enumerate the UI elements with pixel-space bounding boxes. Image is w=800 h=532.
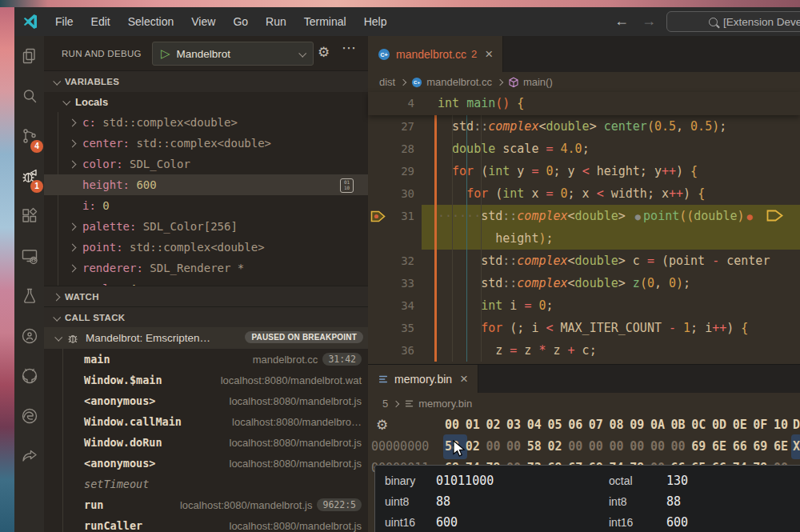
hex-byte[interactable]: 00 (610, 436, 630, 458)
breadcrumb-folder[interactable]: 5 (382, 398, 388, 410)
variable-row[interactable]: color: SDL_Color (44, 154, 368, 174)
call-stack-frame[interactable]: Window.$mainlocalhost:8080/mandelbrot.wa… (44, 370, 368, 390)
tab-memory-bin[interactable]: memory.bin × (368, 365, 478, 393)
launch-config-dropdown[interactable]: ▷ Mandelbrot (152, 42, 314, 66)
variable-row[interactable]: center: std::complex<double> (44, 133, 368, 154)
code-token: x (524, 186, 546, 201)
activity-remote-explorer[interactable] (14, 236, 44, 276)
line-gutter[interactable]: 35 (368, 317, 414, 339)
hex-byte[interactable]: 00 (568, 436, 589, 458)
hex-byte[interactable]: 00 (671, 436, 692, 458)
line-gutter[interactable]: 36 (368, 339, 414, 362)
activity-live-share[interactable] (14, 316, 44, 356)
hex-byte[interactable]: 6E (774, 436, 794, 458)
menu-file[interactable]: File (46, 7, 82, 36)
menu-help[interactable]: Help (355, 7, 396, 36)
hex-byte[interactable]: 69 (753, 436, 774, 458)
activity-testing[interactable] (14, 276, 44, 316)
code-line: 34 int i = 0; (368, 294, 800, 317)
line-gutter[interactable]: 27 (368, 115, 414, 138)
code-token: 0.5 (654, 119, 676, 134)
activity-run-and-debug[interactable]: 1 (14, 156, 44, 196)
call-stack-frame[interactable]: runlocalhost:8080/mandelbrot.js9622:5 (44, 494, 368, 515)
hex-byte[interactable]: 02 (466, 436, 486, 458)
close-icon[interactable]: × (485, 46, 493, 62)
variable-row[interactable]: scale: 4 (44, 278, 368, 286)
variable-row[interactable]: height: 6000110 (44, 174, 368, 195)
hex-byte[interactable]: 69 (691, 436, 712, 458)
activity-github[interactable] (14, 356, 44, 396)
hex-byte[interactable]: 66 (733, 436, 754, 458)
activity-search[interactable] (14, 76, 44, 116)
start-debug-icon[interactable]: ▷ (161, 46, 170, 61)
breadcrumb-file[interactable]: memory.bin (418, 398, 472, 410)
hex-ascii-char[interactable]: X (793, 436, 800, 458)
forward-arrow-button[interactable]: → (642, 7, 656, 36)
line-number: 34 (401, 299, 414, 312)
call-stack-frame[interactable]: Window.doRunlocalhost:8080/mandelbrot.js (44, 432, 368, 453)
activity-edge-devtools[interactable] (14, 396, 44, 436)
code-area[interactable]: 27 std::complex<double> center(0.5, 0.5)… (368, 115, 800, 364)
menu-selection[interactable]: Selection (119, 7, 183, 36)
line-gutter[interactable]: 28 (368, 138, 414, 160)
tab-mandelbrot-cc[interactable]: C+ mandelbrot.cc 2 × (368, 36, 503, 72)
watch-section-header[interactable]: WATCH (44, 286, 368, 307)
variable-row[interactable]: palette: SDL_Color[256] (44, 216, 368, 237)
hex-byte[interactable]: 02 (547, 436, 568, 458)
activity-explorer[interactable] (14, 36, 44, 76)
call-stack-frame[interactable]: <anonymous>localhost:8080/mandelbrot.js (44, 453, 368, 474)
code-token: = (510, 343, 517, 358)
binary-view-icon[interactable]: 0110 (340, 178, 354, 193)
call-stack-section-header[interactable]: CALL STACK (44, 306, 368, 328)
variables-section-header[interactable]: VARIABLES (44, 70, 368, 92)
locals-scope-row[interactable]: Locals (44, 91, 368, 112)
activity-source-control[interactable]: 4 (14, 116, 44, 156)
activity-share[interactable] (14, 436, 44, 476)
menu-view[interactable]: View (182, 7, 224, 36)
breadcrumb-file[interactable]: mandelbrot.cc (426, 76, 492, 88)
debug-settings-gear-icon[interactable]: ⚙ (318, 44, 330, 61)
more-actions-icon[interactable]: ⋯ (342, 39, 357, 57)
variable-row[interactable]: point: std::complex<double> (44, 237, 368, 258)
code-line: 33 std::complex<double> z(0, 0); (368, 272, 800, 294)
line-gutter[interactable]: 29 (368, 160, 414, 182)
line-gutter[interactable]: 32 (368, 250, 414, 272)
sticky-scroll-line[interactable]: 4 int main() { (368, 92, 800, 115)
line-gutter[interactable]: 30 (368, 182, 414, 205)
hex-settings-gear-icon[interactable]: ⚙ (376, 417, 388, 434)
hex-byte[interactable]: 00 (486, 436, 506, 458)
close-icon[interactable]: × (460, 371, 468, 387)
menu-go[interactable]: Go (224, 7, 257, 36)
line-gutter[interactable]: 33 (368, 272, 414, 294)
hex-byte[interactable]: 00 (589, 436, 610, 458)
breadcrumb-folder[interactable]: dist (379, 76, 395, 88)
variable-row[interactable]: i: 0 (44, 195, 368, 216)
hex-byte[interactable]: 00 (630, 436, 650, 458)
hex-byte[interactable]: 00 (650, 436, 671, 458)
variable-row[interactable]: c: std::complex<double> (44, 112, 368, 133)
current-line-breakpoint-icon[interactable] (370, 210, 386, 222)
hex-byte[interactable]: 00 (506, 436, 527, 458)
menu-edit[interactable]: Edit (82, 7, 119, 36)
activity-extensions[interactable] (14, 196, 44, 236)
menu-run[interactable]: Run (257, 7, 295, 36)
variable-row[interactable]: renderer: SDL_Renderer * (44, 258, 368, 278)
debug-session-row[interactable]: Mandelbrot: Emscripten… PAUSED ON BREAKP… (44, 327, 368, 349)
back-arrow-button[interactable]: ← (614, 7, 629, 36)
call-stack-frame[interactable]: Window.callMainlocalhost:8080/mandelbro… (44, 411, 368, 432)
inline-breakpoint-arrow-icon[interactable] (766, 210, 784, 222)
hex-byte[interactable]: 58 (527, 436, 548, 458)
call-stack-frame[interactable]: mainmandelbrot.cc31:42 (44, 349, 368, 370)
command-center-search[interactable]: [Extension Developme (666, 11, 800, 32)
live-share-icon (20, 326, 39, 346)
hex-byte[interactable]: 6E (712, 436, 733, 458)
line-gutter[interactable]: 31 (368, 205, 414, 227)
menu-terminal[interactable]: Terminal (295, 7, 355, 36)
call-stack-frame[interactable]: <anonymous>localhost:8080/mandelbrot.js (44, 390, 368, 411)
line-gutter[interactable] (368, 227, 414, 250)
breadcrumb-symbol[interactable]: main() (523, 76, 553, 88)
panel-tab-bar: memory.bin × (368, 365, 800, 393)
call-stack-frame[interactable]: setTimeout (44, 474, 368, 494)
line-gutter[interactable]: 34 (368, 294, 414, 317)
call-stack-frame[interactable]: runCallerlocalhost:8080/mandelbrot.js (44, 515, 368, 532)
